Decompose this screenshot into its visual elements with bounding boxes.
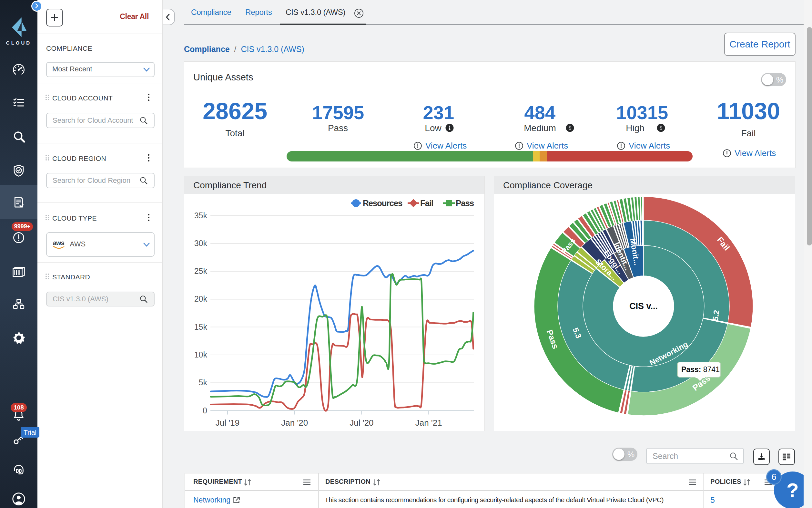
- svg-text:Jul '19: Jul '19: [216, 418, 239, 428]
- svg-text:15k: 15k: [194, 322, 207, 331]
- svg-text:30k: 30k: [194, 239, 207, 248]
- svg-text:35k: 35k: [194, 211, 207, 220]
- svg-text:Jan '21: Jan '21: [415, 418, 442, 428]
- svg-text:Fail: Fail: [420, 198, 433, 208]
- svg-text:Pass: 8741: Pass: 8741: [681, 365, 720, 374]
- svg-text:0: 0: [203, 406, 207, 415]
- svg-text:5k: 5k: [199, 378, 207, 387]
- svg-text:aws: aws: [53, 239, 64, 246]
- svg-text:CIS v...: CIS v...: [629, 301, 658, 311]
- svg-text:Resources: Resources: [363, 198, 402, 208]
- svg-text:25k: 25k: [194, 266, 207, 276]
- svg-text:20k: 20k: [194, 294, 207, 303]
- svg-text:5.2: 5.2: [711, 309, 721, 321]
- svg-text:Pass: Pass: [456, 198, 474, 208]
- svg-text:Jul '20: Jul '20: [349, 418, 373, 428]
- svg-text:10k: 10k: [194, 350, 207, 359]
- svg-text:Jan '20: Jan '20: [281, 418, 308, 428]
